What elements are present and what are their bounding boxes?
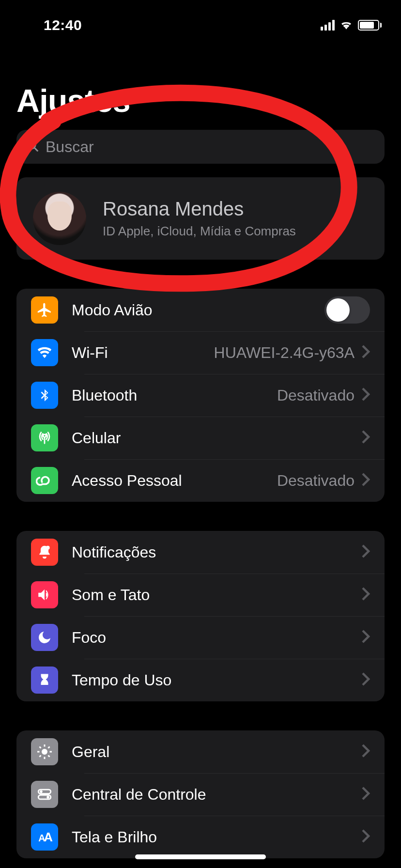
settings-row-screentime[interactable]: Tempo de Uso [16, 659, 385, 701]
row-value: Desativado [277, 472, 355, 490]
notifications-icon [31, 539, 58, 566]
airplane-icon [31, 296, 58, 324]
search-icon [25, 139, 40, 155]
row-label: Wi-Fi [72, 344, 214, 362]
profile-subtitle: ID Apple, iCloud, Mídia e Compras [103, 224, 296, 239]
settings-row-notifications[interactable]: Notificações [16, 531, 385, 574]
settings-row-general[interactable]: Geral [16, 730, 385, 773]
status-time: 12:40 [19, 17, 82, 33]
row-label: Tempo de Uso [72, 671, 361, 689]
row-value: Desativado [277, 387, 355, 404]
wifi-icon [339, 19, 353, 31]
svg-point-5 [40, 790, 43, 793]
settings-list: NotificaçõesSom e TatoFocoTempo de Uso [16, 531, 385, 701]
settings-row-controlcenter[interactable]: Central de Controle [16, 773, 385, 816]
settings-list: Modo AviãoWi-FiHUAWEI-2.4G-y63ABluetooth… [16, 289, 385, 502]
chevron-right-icon [361, 629, 370, 646]
row-label: Bluetooth [72, 387, 277, 404]
page-title: Ajustes [16, 82, 385, 119]
controlcenter-icon [31, 781, 58, 808]
status-indicators [321, 19, 382, 31]
focus-icon [31, 624, 58, 651]
chevron-right-icon [361, 544, 370, 560]
chevron-right-icon [361, 744, 370, 760]
row-label: Geral [72, 743, 361, 761]
settings-row-focus[interactable]: Foco [16, 616, 385, 659]
row-label: Notificações [72, 543, 361, 561]
row-label: Foco [72, 629, 361, 647]
settings-row-airplane[interactable]: Modo Avião [16, 289, 385, 331]
chevron-right-icon [361, 472, 370, 489]
display-icon: AA [31, 823, 58, 851]
settings-row-cellular[interactable]: Celular [16, 417, 385, 459]
settings-row-hotspot[interactable]: Acesso PessoalDesativado [16, 459, 385, 502]
chevron-right-icon [361, 587, 370, 603]
row-label: Central de Controle [72, 786, 361, 804]
row-label: Som e Tato [72, 586, 361, 604]
chevron-right-icon [361, 344, 370, 361]
svg-line-1 [34, 148, 38, 152]
chevron-right-icon [361, 387, 370, 403]
cellular-icon [31, 424, 58, 451]
battery-icon [358, 20, 382, 31]
status-bar: 12:40 [0, 0, 401, 39]
chevron-right-icon [361, 672, 370, 688]
row-value: HUAWEI-2.4G-y63A [214, 344, 355, 362]
settings-row-bluetooth[interactable]: BluetoothDesativado [16, 374, 385, 417]
bluetooth-icon [31, 382, 58, 409]
svg-point-0 [27, 140, 36, 149]
svg-point-7 [46, 796, 49, 799]
row-label: Acesso Pessoal [72, 472, 277, 490]
cellular-signal-icon [321, 20, 335, 31]
settings-row-wifi[interactable]: Wi-FiHUAWEI-2.4G-y63A [16, 331, 385, 374]
hotspot-icon [31, 467, 58, 494]
settings-row-display[interactable]: AATela e Brilho [16, 816, 385, 858]
sound-icon [31, 581, 58, 608]
search-input[interactable]: Buscar [16, 130, 385, 164]
chevron-right-icon [361, 430, 370, 446]
profile-name: Rosana Mendes [103, 198, 296, 220]
toggle-switch[interactable] [324, 296, 370, 324]
svg-point-3 [43, 750, 47, 754]
search-placeholder: Buscar [46, 138, 94, 156]
settings-row-sound[interactable]: Som e Tato [16, 574, 385, 616]
general-icon [31, 738, 58, 765]
profile-card[interactable]: Rosana Mendes ID Apple, iCloud, Mídia e … [16, 177, 385, 260]
svg-point-2 [46, 546, 50, 550]
svg-text:A: A [44, 830, 53, 844]
settings-list: GeralCentral de ControleAATela e Brilho [16, 730, 385, 858]
home-indicator [135, 854, 266, 859]
wifi-icon [31, 339, 58, 366]
row-label: Celular [72, 429, 361, 447]
row-label: Tela e Brilho [72, 828, 361, 846]
row-label: Modo Avião [72, 301, 324, 319]
avatar [33, 192, 86, 245]
screentime-icon [31, 666, 58, 694]
chevron-right-icon [361, 829, 370, 845]
chevron-right-icon [361, 786, 370, 803]
